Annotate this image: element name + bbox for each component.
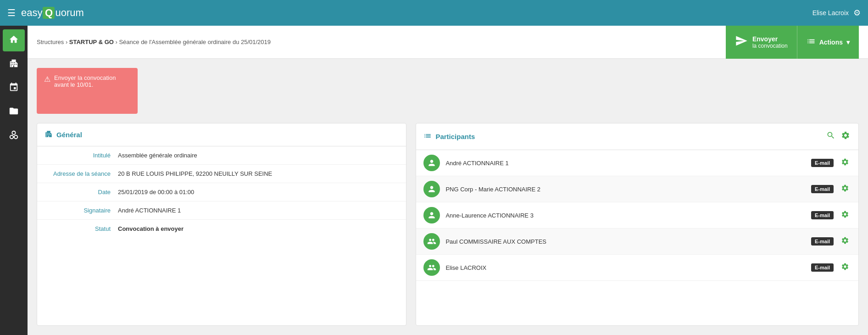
label-statut: Statut xyxy=(45,225,118,232)
alert-icon: ⚠ xyxy=(44,75,50,84)
participant-row-0: André ACTIONNAIRE 1 E-mail xyxy=(416,150,858,176)
alert-box: ⚠ Envoyer la convocation avant le 10/01. xyxy=(37,68,138,114)
top-navbar: ☰ easy Q uorum Elise Lacroix ⚙ xyxy=(0,0,868,26)
general-row-adresse: Adresse de la séance 20 B RUE LOUIS PHIL… xyxy=(37,165,406,183)
actions-button[interactable]: Actions ▾ xyxy=(797,26,859,59)
participants-settings-icon[interactable] xyxy=(840,130,851,143)
settings-icon[interactable]: ⚙ xyxy=(853,8,861,18)
sidebar-item-home[interactable] xyxy=(3,29,25,51)
general-row-intitule: Intitulé Assemblée générale ordinaire xyxy=(37,146,406,165)
general-row-signataire: Signataire André ACTIONNAIRE 1 xyxy=(37,201,406,220)
sidebar-item-building[interactable] xyxy=(3,53,25,75)
building-icon xyxy=(9,58,19,71)
envoyer-button[interactable]: Envoyer la convocation xyxy=(726,26,797,59)
envoyer-label: Envoyer xyxy=(752,35,788,43)
sidebar-item-network[interactable] xyxy=(3,125,25,147)
label-intitule: Intitulé xyxy=(45,152,118,159)
app-logo: easy Q uorum xyxy=(21,7,84,19)
participant-row-4: Elise LACROIX E-mail xyxy=(416,255,858,281)
calendar-icon xyxy=(9,82,19,95)
participants-card: Participants xyxy=(416,123,859,326)
breadcrumb-actions: Envoyer la convocation Actions ▾ xyxy=(726,26,859,59)
participant-badge-4: E-mail xyxy=(811,263,834,272)
logo-q-box: Q xyxy=(43,7,55,19)
participant-badge-3: E-mail xyxy=(811,237,834,246)
general-card: Général Intitulé Assemblée générale ordi… xyxy=(37,123,406,326)
participant-avatar-2 xyxy=(423,207,440,223)
participant-avatar-1 xyxy=(423,181,440,197)
actions-label: Actions xyxy=(819,39,843,46)
logo-rest-text: uorum xyxy=(55,7,83,19)
general-title: Général xyxy=(56,131,82,139)
hamburger-icon[interactable]: ☰ xyxy=(7,7,16,18)
participant-gear-4[interactable] xyxy=(839,262,851,273)
value-intitule: Assemblée générale ordinaire xyxy=(118,152,197,159)
breadcrumb: Structures › STARTUP & GO › Séance de l'… xyxy=(37,39,720,45)
participant-avatar-3 xyxy=(423,233,440,250)
general-header-icon xyxy=(45,130,53,140)
folder-icon xyxy=(9,106,19,118)
sidebar xyxy=(0,26,28,335)
value-signataire: André ACTIONNAIRE 1 xyxy=(118,207,181,214)
participant-gear-0[interactable] xyxy=(839,158,851,168)
participants-header-actions xyxy=(825,130,851,143)
participant-badge-2: E-mail xyxy=(811,211,834,219)
participants-header: Participants xyxy=(416,123,858,150)
value-statut: Convocation à envoyer xyxy=(118,225,184,232)
participant-row-2: Anne-Laurence ACTIONNAIRE 3 E-mail xyxy=(416,202,858,229)
participant-name-0: André ACTIONNAIRE 1 xyxy=(445,160,806,167)
label-adresse: Adresse de la séance xyxy=(45,170,118,177)
send-icon xyxy=(735,34,748,50)
value-date: 25/01/2019 de 00:00 à 01:00 xyxy=(118,189,194,195)
home-icon xyxy=(9,34,19,47)
general-row-statut: Statut Convocation à envoyer xyxy=(37,220,406,238)
actions-dropdown-icon: ▾ xyxy=(846,39,850,46)
participants-search-icon[interactable] xyxy=(825,130,836,143)
label-signataire: Signataire xyxy=(45,207,118,214)
general-card-header: Général xyxy=(37,123,406,146)
user-name: Elise Lacroix xyxy=(812,9,849,17)
actions-list-icon xyxy=(807,37,816,47)
sidebar-item-calendar[interactable] xyxy=(3,77,25,99)
logo-easy-text: easy xyxy=(21,7,42,19)
participant-name-1: PNG Corp - Marie ACTIONNAIRE 2 xyxy=(445,186,806,193)
breadcrumb-sep1: › xyxy=(66,39,69,45)
sidebar-item-folder[interactable] xyxy=(3,101,25,123)
participant-row-1: PNG Corp - Marie ACTIONNAIRE 2 E-mail xyxy=(416,176,858,202)
breadcrumb-bar: Structures › STARTUP & GO › Séance de l'… xyxy=(28,26,868,59)
participant-name-3: Paul COMMISSAIRE AUX COMPTES xyxy=(445,238,806,245)
breadcrumb-seance: Séance de l'Assemblée générale ordinaire… xyxy=(119,39,271,45)
participant-avatar-4 xyxy=(423,259,440,276)
general-table: Intitulé Assemblée générale ordinaire Ad… xyxy=(37,146,406,238)
participant-badge-0: E-mail xyxy=(811,159,834,167)
participants-header-icon xyxy=(423,132,432,141)
two-columns-layout: Général Intitulé Assemblée générale ordi… xyxy=(37,123,859,326)
participant-name-2: Anne-Laurence ACTIONNAIRE 3 xyxy=(445,212,806,219)
participant-name-4: Elise LACROIX xyxy=(445,264,806,271)
participant-avatar-0 xyxy=(423,155,440,171)
page-content: ⚠ Envoyer la convocation avant le 10/01.… xyxy=(28,59,868,335)
value-adresse: 20 B RUE LOUIS PHILIPPE, 92200 NEUILLY S… xyxy=(118,170,272,177)
participant-row-3: Paul COMMISSAIRE AUX COMPTES E-mail xyxy=(416,229,858,255)
envoyer-sub: la convocation xyxy=(752,43,788,49)
participants-title-area: Participants xyxy=(423,132,475,141)
breadcrumb-structures[interactable]: Structures xyxy=(37,39,64,45)
general-row-date: Date 25/01/2019 de 00:00 à 01:00 xyxy=(37,183,406,201)
envoyer-text: Envoyer la convocation xyxy=(752,35,788,49)
participant-badge-1: E-mail xyxy=(811,185,834,193)
participant-gear-3[interactable] xyxy=(839,236,851,246)
participants-title: Participants xyxy=(435,133,475,140)
breadcrumb-startup[interactable]: STARTUP & GO xyxy=(69,39,114,45)
alert-text: Envoyer la convocation avant le 10/01. xyxy=(54,74,130,88)
network-icon xyxy=(9,130,19,142)
participant-gear-2[interactable] xyxy=(839,210,851,220)
label-date: Date xyxy=(45,189,118,195)
participant-gear-1[interactable] xyxy=(839,184,851,194)
